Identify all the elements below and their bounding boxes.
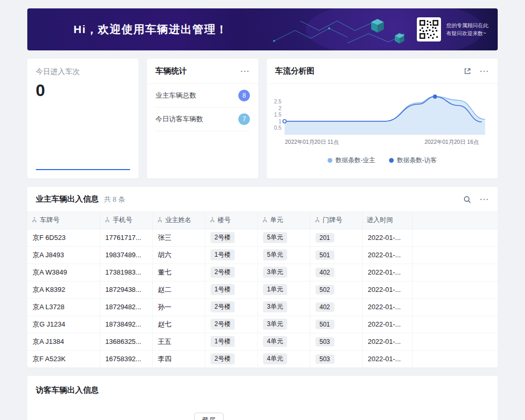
stat-label: 今日访客车辆数 [155, 114, 203, 124]
today-entries-title: 今日进入车次 [36, 67, 130, 77]
table-cell: 王五 [152, 333, 205, 350]
table-row[interactable]: 京A W384917381983...董七2号楼3单元4022022-01-..… [27, 264, 498, 281]
table-cell: 京A J8493 [27, 246, 100, 264]
svg-text:1: 1 [278, 119, 281, 124]
table-cell: 501 [310, 316, 362, 333]
traffic-chart-card: 车流分析图 ··· 0.511.522.52022年01月20日 11点2022… [267, 59, 498, 178]
table-cell: 2022-01-... [362, 229, 412, 246]
table-cell: 京A W3849 [27, 264, 100, 281]
cell-tag: 201 [316, 233, 334, 243]
table-cell: 京G J1234 [27, 316, 100, 333]
qr-code[interactable] [417, 17, 441, 41]
table-row[interactable]: 京G J123418738492...赵七2号楼3单元5012022-01-..… [27, 316, 498, 333]
table-cell: 4单元 [257, 350, 310, 368]
more-icon[interactable]: ··· [240, 67, 250, 75]
chart-legend: 数据条数-业主数据条数-访客 [267, 156, 498, 165]
table-row[interactable]: 京F 6D52317761717...张三2号楼5单元2012022-01-..… [27, 229, 498, 246]
cell-tag: 2号楼 [211, 301, 235, 312]
field-type-icon [262, 217, 268, 223]
today-entries-underline [36, 169, 130, 170]
stat-item[interactable]: 业主车辆总数8 [155, 84, 250, 108]
table-cell: 京A K8392 [27, 281, 100, 298]
table-row[interactable]: 京F A523K16758392...李四2号楼4单元5032022-01-..… [27, 350, 498, 368]
column-header[interactable]: 单元 [257, 212, 310, 229]
column-header-label: 进入时间 [367, 216, 393, 224]
table-cell: 16758392... [100, 350, 152, 368]
owner-table-head-row: 车牌号手机号业主姓名楼号单元门牌号进入时间 [27, 212, 498, 229]
column-header[interactable]: 车牌号 [27, 212, 100, 229]
column-header[interactable]: 进入时间 [362, 212, 412, 229]
table-row[interactable]: 京A J849319837489...胡六1号楼5单元5012022-01-..… [27, 246, 498, 264]
table-cell: 2号楼 [205, 229, 257, 246]
cell-tag: 2号楼 [211, 267, 235, 278]
legend-item[interactable]: 数据条数-业主 [328, 156, 375, 165]
svg-text:0.5: 0.5 [274, 125, 281, 131]
table-row[interactable]: 京A J138413686325...王五1号楼4单元5032022-01-..… [27, 333, 498, 350]
table-cell: 201 [310, 229, 362, 246]
table-cell: 2022-01-... [362, 316, 412, 333]
today-entries-card: 今日进入车次 0 [27, 59, 139, 178]
legend-dot-icon [328, 158, 332, 163]
table-cell-blank [412, 281, 498, 298]
table-cell: 402 [310, 298, 362, 316]
table-cell: 2号楼 [205, 316, 257, 333]
field-type-icon [314, 217, 320, 223]
qr-caption-line1: 您的专属顾问在此 [446, 22, 488, 29]
cell-tag: 501 [316, 250, 334, 260]
cell-tag: 2号楼 [211, 353, 235, 364]
table-cell: 2号楼 [205, 264, 257, 281]
more-icon[interactable]: ··· [480, 195, 489, 203]
column-header[interactable]: 门牌号 [310, 212, 362, 229]
table-cell: 17381983... [100, 264, 152, 281]
table-cell: 1号楼 [205, 333, 257, 350]
table-cell: 2022-01-... [362, 298, 412, 316]
cell-tag: 5单元 [263, 249, 288, 260]
stat-badge: 8 [238, 90, 250, 101]
table-cell: 京F A523K [27, 350, 100, 368]
table-cell: 赵二 [152, 281, 205, 298]
column-header-label: 车牌号 [40, 216, 60, 224]
legend-label: 数据条数-访客 [397, 156, 437, 165]
stat-badge: 7 [238, 113, 250, 125]
table-cell: 503 [310, 333, 362, 350]
cell-tag: 1号楼 [211, 284, 235, 295]
table-cell: 张三 [152, 229, 205, 246]
field-type-icon [104, 217, 110, 223]
traffic-chart-title: 车流分析图 [275, 66, 314, 76]
more-icon[interactable]: ··· [480, 67, 489, 75]
search-icon[interactable] [463, 195, 471, 204]
svg-text:2.5: 2.5 [274, 99, 281, 104]
table-cell: 3单元 [257, 264, 310, 281]
column-header[interactable]: 业主姓名 [152, 212, 205, 229]
table-row[interactable]: 京A K839218729438...赵二1号楼1单元5022022-01-..… [27, 281, 498, 298]
owner-table: 车牌号手机号业主姓名楼号单元门牌号进入时间 京F 6D52317761717..… [27, 212, 498, 368]
vehicle-stats-title: 车辆统计 [155, 66, 187, 76]
table-cell: 赵七 [152, 316, 205, 333]
cell-tag: 4单元 [263, 353, 288, 364]
owner-table-count: 共 8 条 [104, 195, 125, 204]
export-icon[interactable] [464, 67, 471, 75]
column-header[interactable]: 手机号 [100, 212, 152, 229]
table-cell: 2022-01-... [362, 264, 412, 281]
cell-tag: 503 [316, 337, 334, 346]
column-header[interactable]: 楼号 [205, 212, 257, 229]
table-cell: 京A J1384 [27, 333, 100, 350]
stat-item[interactable]: 今日访客车辆数7 [155, 108, 250, 131]
field-type-icon [32, 217, 37, 223]
cell-tag: 3单元 [263, 267, 288, 278]
partial-button[interactable]: 载居 [194, 413, 224, 420]
table-row[interactable]: 京A L372818729482...孙一2号楼3单元4022022-01-..… [27, 298, 498, 316]
table-cell: 2022-01-... [362, 333, 412, 350]
banner-title: Hi，欢迎使用车辆进出管理！ [74, 8, 228, 50]
vehicle-stats-card: 车辆统计 ··· 业主车辆总数8今日访客车辆数7 [147, 59, 258, 178]
table-cell: 18729482... [100, 298, 152, 316]
owner-table-title: 业主车辆出入信息 [36, 194, 99, 204]
cell-tag: 1单元 [263, 284, 288, 295]
table-cell-blank [412, 298, 498, 316]
column-header-label: 楼号 [218, 216, 231, 224]
table-cell: 4单元 [257, 333, 310, 350]
table-cell: 2022-01-... [362, 350, 412, 368]
cell-tag: 402 [316, 302, 334, 312]
table-cell-blank [412, 229, 498, 246]
legend-item[interactable]: 数据条数-访客 [389, 156, 437, 165]
